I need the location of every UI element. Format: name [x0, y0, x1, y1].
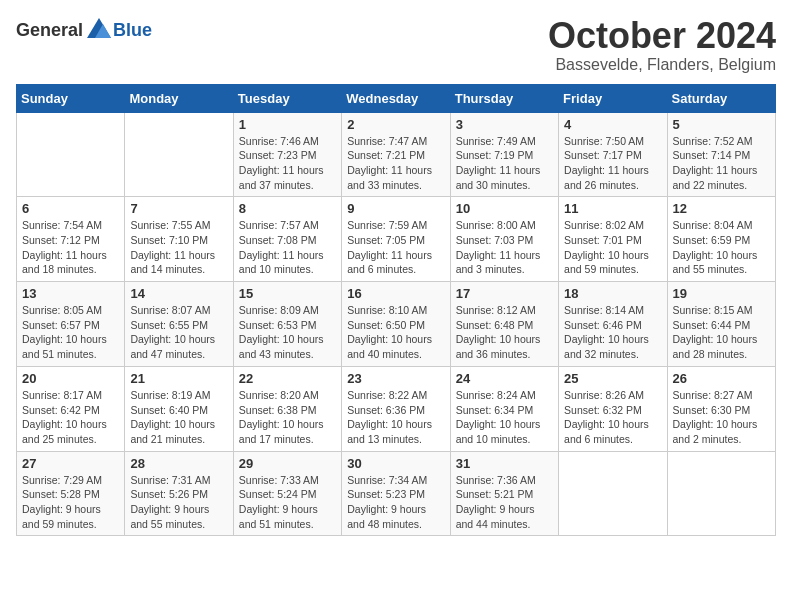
day-info: Sunrise: 7:52 AM Sunset: 7:14 PM Dayligh… — [673, 134, 770, 193]
calendar-cell: 29Sunrise: 7:33 AM Sunset: 5:24 PM Dayli… — [233, 451, 341, 536]
day-number: 2 — [347, 117, 444, 132]
calendar-cell: 3Sunrise: 7:49 AM Sunset: 7:19 PM Daylig… — [450, 112, 558, 197]
calendar-cell — [667, 451, 775, 536]
day-number: 20 — [22, 371, 119, 386]
calendar-cell: 5Sunrise: 7:52 AM Sunset: 7:14 PM Daylig… — [667, 112, 775, 197]
calendar-cell: 7Sunrise: 7:55 AM Sunset: 7:10 PM Daylig… — [125, 197, 233, 282]
title-area: October 2024 Bassevelde, Flanders, Belgi… — [548, 16, 776, 74]
day-number: 22 — [239, 371, 336, 386]
calendar-cell: 26Sunrise: 8:27 AM Sunset: 6:30 PM Dayli… — [667, 366, 775, 451]
day-info: Sunrise: 8:00 AM Sunset: 7:03 PM Dayligh… — [456, 218, 553, 277]
header-friday: Friday — [559, 84, 667, 112]
calendar-cell: 6Sunrise: 7:54 AM Sunset: 7:12 PM Daylig… — [17, 197, 125, 282]
calendar-cell: 9Sunrise: 7:59 AM Sunset: 7:05 PM Daylig… — [342, 197, 450, 282]
day-number: 12 — [673, 201, 770, 216]
day-info: Sunrise: 8:04 AM Sunset: 6:59 PM Dayligh… — [673, 218, 770, 277]
calendar-cell: 2Sunrise: 7:47 AM Sunset: 7:21 PM Daylig… — [342, 112, 450, 197]
day-info: Sunrise: 8:10 AM Sunset: 6:50 PM Dayligh… — [347, 303, 444, 362]
logo-blue: Blue — [113, 20, 152, 41]
calendar-week-row: 20Sunrise: 8:17 AM Sunset: 6:42 PM Dayli… — [17, 366, 776, 451]
day-number: 14 — [130, 286, 227, 301]
day-number: 25 — [564, 371, 661, 386]
day-info: Sunrise: 7:55 AM Sunset: 7:10 PM Dayligh… — [130, 218, 227, 277]
day-info: Sunrise: 7:29 AM Sunset: 5:28 PM Dayligh… — [22, 473, 119, 532]
day-info: Sunrise: 8:19 AM Sunset: 6:40 PM Dayligh… — [130, 388, 227, 447]
calendar-cell: 27Sunrise: 7:29 AM Sunset: 5:28 PM Dayli… — [17, 451, 125, 536]
day-number: 13 — [22, 286, 119, 301]
day-info: Sunrise: 7:34 AM Sunset: 5:23 PM Dayligh… — [347, 473, 444, 532]
day-info: Sunrise: 8:12 AM Sunset: 6:48 PM Dayligh… — [456, 303, 553, 362]
day-number: 1 — [239, 117, 336, 132]
calendar-cell: 18Sunrise: 8:14 AM Sunset: 6:46 PM Dayli… — [559, 282, 667, 367]
day-number: 27 — [22, 456, 119, 471]
day-info: Sunrise: 8:14 AM Sunset: 6:46 PM Dayligh… — [564, 303, 661, 362]
day-info: Sunrise: 8:09 AM Sunset: 6:53 PM Dayligh… — [239, 303, 336, 362]
day-number: 29 — [239, 456, 336, 471]
calendar-cell: 28Sunrise: 7:31 AM Sunset: 5:26 PM Dayli… — [125, 451, 233, 536]
calendar-cell: 30Sunrise: 7:34 AM Sunset: 5:23 PM Dayli… — [342, 451, 450, 536]
calendar-cell: 21Sunrise: 8:19 AM Sunset: 6:40 PM Dayli… — [125, 366, 233, 451]
day-info: Sunrise: 7:57 AM Sunset: 7:08 PM Dayligh… — [239, 218, 336, 277]
logo-icon — [85, 16, 113, 44]
calendar-cell: 8Sunrise: 7:57 AM Sunset: 7:08 PM Daylig… — [233, 197, 341, 282]
day-info: Sunrise: 7:36 AM Sunset: 5:21 PM Dayligh… — [456, 473, 553, 532]
day-number: 30 — [347, 456, 444, 471]
day-info: Sunrise: 8:27 AM Sunset: 6:30 PM Dayligh… — [673, 388, 770, 447]
day-number: 8 — [239, 201, 336, 216]
day-info: Sunrise: 7:31 AM Sunset: 5:26 PM Dayligh… — [130, 473, 227, 532]
day-number: 16 — [347, 286, 444, 301]
location-title: Bassevelde, Flanders, Belgium — [548, 56, 776, 74]
day-number: 6 — [22, 201, 119, 216]
day-number: 11 — [564, 201, 661, 216]
logo-general: General — [16, 20, 83, 41]
calendar-cell: 31Sunrise: 7:36 AM Sunset: 5:21 PM Dayli… — [450, 451, 558, 536]
day-info: Sunrise: 8:07 AM Sunset: 6:55 PM Dayligh… — [130, 303, 227, 362]
day-number: 23 — [347, 371, 444, 386]
day-info: Sunrise: 8:17 AM Sunset: 6:42 PM Dayligh… — [22, 388, 119, 447]
calendar-cell: 23Sunrise: 8:22 AM Sunset: 6:36 PM Dayli… — [342, 366, 450, 451]
day-info: Sunrise: 8:15 AM Sunset: 6:44 PM Dayligh… — [673, 303, 770, 362]
calendar-cell: 15Sunrise: 8:09 AM Sunset: 6:53 PM Dayli… — [233, 282, 341, 367]
calendar-cell: 24Sunrise: 8:24 AM Sunset: 6:34 PM Dayli… — [450, 366, 558, 451]
day-info: Sunrise: 7:46 AM Sunset: 7:23 PM Dayligh… — [239, 134, 336, 193]
calendar-cell: 1Sunrise: 7:46 AM Sunset: 7:23 PM Daylig… — [233, 112, 341, 197]
day-number: 28 — [130, 456, 227, 471]
logo: General Blue — [16, 16, 152, 44]
header-tuesday: Tuesday — [233, 84, 341, 112]
day-number: 26 — [673, 371, 770, 386]
calendar-cell: 19Sunrise: 8:15 AM Sunset: 6:44 PM Dayli… — [667, 282, 775, 367]
day-number: 18 — [564, 286, 661, 301]
header-sunday: Sunday — [17, 84, 125, 112]
header-wednesday: Wednesday — [342, 84, 450, 112]
calendar-cell: 22Sunrise: 8:20 AM Sunset: 6:38 PM Dayli… — [233, 366, 341, 451]
day-number: 19 — [673, 286, 770, 301]
day-info: Sunrise: 8:24 AM Sunset: 6:34 PM Dayligh… — [456, 388, 553, 447]
day-info: Sunrise: 7:50 AM Sunset: 7:17 PM Dayligh… — [564, 134, 661, 193]
day-info: Sunrise: 7:49 AM Sunset: 7:19 PM Dayligh… — [456, 134, 553, 193]
calendar-cell — [17, 112, 125, 197]
header-thursday: Thursday — [450, 84, 558, 112]
calendar-week-row: 13Sunrise: 8:05 AM Sunset: 6:57 PM Dayli… — [17, 282, 776, 367]
day-info: Sunrise: 7:33 AM Sunset: 5:24 PM Dayligh… — [239, 473, 336, 532]
calendar-cell: 12Sunrise: 8:04 AM Sunset: 6:59 PM Dayli… — [667, 197, 775, 282]
calendar-cell — [125, 112, 233, 197]
day-number: 21 — [130, 371, 227, 386]
day-number: 31 — [456, 456, 553, 471]
calendar-cell — [559, 451, 667, 536]
day-number: 17 — [456, 286, 553, 301]
header-saturday: Saturday — [667, 84, 775, 112]
day-number: 4 — [564, 117, 661, 132]
day-info: Sunrise: 8:22 AM Sunset: 6:36 PM Dayligh… — [347, 388, 444, 447]
day-number: 24 — [456, 371, 553, 386]
day-number: 9 — [347, 201, 444, 216]
calendar-cell: 25Sunrise: 8:26 AM Sunset: 6:32 PM Dayli… — [559, 366, 667, 451]
day-number: 7 — [130, 201, 227, 216]
calendar-week-row: 27Sunrise: 7:29 AM Sunset: 5:28 PM Dayli… — [17, 451, 776, 536]
calendar-cell: 16Sunrise: 8:10 AM Sunset: 6:50 PM Dayli… — [342, 282, 450, 367]
day-info: Sunrise: 8:02 AM Sunset: 7:01 PM Dayligh… — [564, 218, 661, 277]
calendar-table: SundayMondayTuesdayWednesdayThursdayFrid… — [16, 84, 776, 537]
calendar-cell: 11Sunrise: 8:02 AM Sunset: 7:01 PM Dayli… — [559, 197, 667, 282]
day-info: Sunrise: 7:59 AM Sunset: 7:05 PM Dayligh… — [347, 218, 444, 277]
header: General Blue October 2024 Bassevelde, Fl… — [16, 16, 776, 74]
calendar-cell: 20Sunrise: 8:17 AM Sunset: 6:42 PM Dayli… — [17, 366, 125, 451]
